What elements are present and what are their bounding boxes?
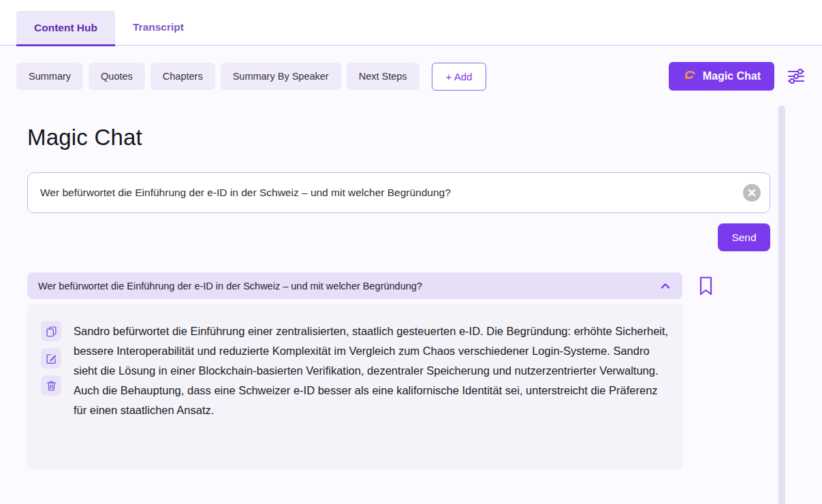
question-row: Wer befürwortet die Einführung der e-ID … bbox=[27, 272, 770, 299]
magic-chat-button[interactable]: Magic Chat bbox=[669, 62, 774, 91]
clear-input-icon[interactable] bbox=[743, 184, 761, 202]
toolbar-right: Magic Chat bbox=[669, 62, 806, 91]
chip-quotes[interactable]: Quotes bbox=[89, 63, 145, 90]
answer-card: Sandro befürwortet die Einführung einer … bbox=[27, 304, 683, 469]
chip-summary[interactable]: Summary bbox=[16, 63, 83, 90]
scrollbar-thumb[interactable] bbox=[778, 106, 785, 504]
chat-question-input[interactable] bbox=[27, 172, 770, 213]
send-button[interactable]: Send bbox=[718, 223, 770, 251]
question-bar[interactable]: Wer befürwortet die Einführung der e-ID … bbox=[27, 272, 682, 299]
edit-icon[interactable] bbox=[41, 348, 61, 368]
chip-next-steps[interactable]: Next Steps bbox=[347, 63, 420, 90]
tab-content-hub-label: Content Hub bbox=[34, 22, 97, 34]
answer-actions bbox=[41, 321, 61, 469]
chip-summary-by-speaker[interactable]: Summary By Speaker bbox=[221, 63, 341, 90]
main-content: Magic Chat Send Wer befürwortet die Einf… bbox=[0, 125, 822, 469]
copy-icon[interactable] bbox=[41, 321, 61, 341]
chip-chapters[interactable]: Chapters bbox=[151, 63, 215, 90]
tab-transcript-label: Transcript bbox=[133, 21, 184, 33]
tab-content-hub[interactable]: Content Hub bbox=[16, 11, 115, 46]
bookmark-icon[interactable] bbox=[699, 276, 713, 296]
trash-icon[interactable] bbox=[41, 375, 61, 396]
chat-input-wrap bbox=[27, 172, 770, 213]
page-title: Magic Chat bbox=[27, 125, 770, 151]
content-type-chips: Summary Quotes Chapters Summary By Speak… bbox=[16, 63, 486, 91]
send-row: Send bbox=[27, 223, 770, 251]
filter-sliders-icon[interactable] bbox=[787, 68, 806, 84]
question-text: Wer befürwortet die Einführung der e-ID … bbox=[38, 281, 422, 292]
tab-bar: Content Hub Transcript bbox=[0, 0, 822, 46]
add-button[interactable]: + Add bbox=[432, 63, 487, 91]
magic-chat-button-label: Magic Chat bbox=[703, 70, 761, 82]
magic-wand-icon bbox=[682, 69, 697, 84]
chevron-up-icon[interactable] bbox=[658, 279, 673, 294]
tab-transcript[interactable]: Transcript bbox=[115, 10, 202, 45]
toolbar: Summary Quotes Chapters Summary By Speak… bbox=[16, 62, 806, 91]
answer-text: Sandro befürwortet die Einführung einer … bbox=[74, 321, 669, 469]
